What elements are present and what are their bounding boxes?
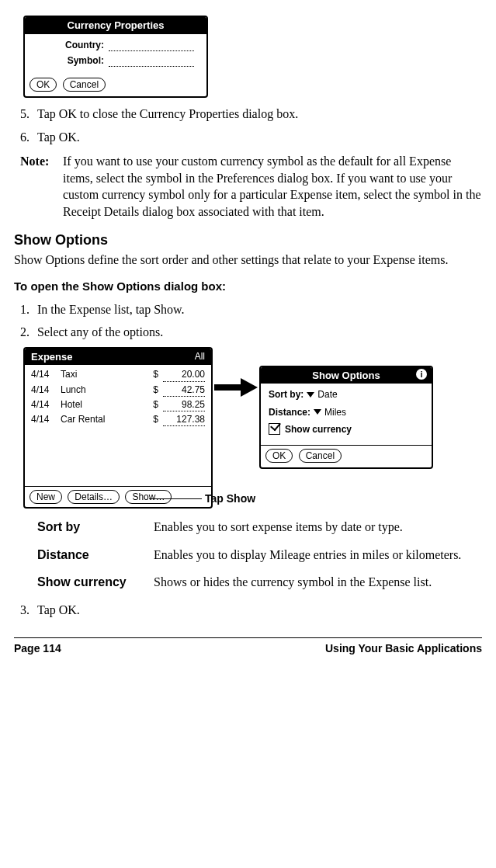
distance-desc: Enables you to display Mileage entries i… xyxy=(154,547,482,564)
note-label: Note: xyxy=(20,153,63,220)
sort-by-label: Sort by: xyxy=(269,388,303,401)
tap-show-callout: Tap Show xyxy=(205,491,255,506)
show-options-heading: Show Options xyxy=(14,231,482,249)
details-button[interactable]: Details… xyxy=(68,490,120,504)
ok-button[interactable]: OK xyxy=(265,449,293,463)
country-label: Country: xyxy=(33,39,104,51)
step-number: 3. xyxy=(20,602,37,619)
expense-list-dialog: Expense All 4/14 Taxi $ 20.00 4/14 Lunch… xyxy=(23,347,213,509)
show-button[interactable]: Show… xyxy=(125,490,172,504)
arrow-right-icon xyxy=(213,377,259,398)
section-title: Using Your Basic Applications xyxy=(325,641,482,656)
definition-row: Show currency Shows or hides the currenc… xyxy=(37,574,482,591)
step-number: 2. xyxy=(20,324,37,341)
chevron-down-icon[interactable] xyxy=(307,392,314,398)
symbol-field[interactable] xyxy=(109,57,194,67)
chevron-down-icon xyxy=(181,354,189,359)
show-currency-term: Show currency xyxy=(37,574,154,591)
step-text: Tap OK. xyxy=(37,602,80,619)
expense-title: Expense xyxy=(31,350,72,364)
distance-term: Distance xyxy=(37,547,154,564)
svg-marker-1 xyxy=(241,378,258,397)
filter-label: All xyxy=(195,350,205,363)
distance-value[interactable]: Miles xyxy=(324,406,346,418)
show-currency-desc: Shows or hides the currency symbol in th… xyxy=(154,574,482,591)
distance-label: Distance: xyxy=(269,406,310,418)
show-currency-checkbox[interactable] xyxy=(269,423,280,435)
chevron-down-icon[interactable] xyxy=(314,409,321,415)
step-number: 5. xyxy=(20,106,37,123)
step-2: 2. Select any of the options. xyxy=(20,324,482,341)
step-6: 6. Tap OK. xyxy=(20,129,482,146)
show-options-subhead: To open the Show Options dialog box: xyxy=(14,279,482,294)
currency-properties-dialog: Currency Properties Country: Symbol: OK … xyxy=(23,16,208,98)
cancel-button[interactable]: Cancel xyxy=(63,78,106,92)
symbol-label: Symbol: xyxy=(33,54,104,67)
sort-by-desc: Enables you to sort expense items by dat… xyxy=(154,519,482,536)
svg-rect-0 xyxy=(214,384,241,391)
definition-row: Distance Enables you to display Mileage … xyxy=(37,547,482,564)
step-text: In the Expense list, tap Show. xyxy=(37,301,185,318)
page-number: Page 114 xyxy=(14,641,61,656)
step-text: Select any of the options. xyxy=(37,324,163,341)
step-text: Tap OK to close the Currency Properties … xyxy=(37,106,298,123)
step-number: 1. xyxy=(20,301,37,318)
note: Note: If you want to use your custom cur… xyxy=(20,153,482,220)
note-text: If you want to use your custom currency … xyxy=(63,153,482,220)
step-3: 3. Tap OK. xyxy=(20,602,482,619)
ok-button[interactable]: OK xyxy=(29,78,57,92)
step-number: 6. xyxy=(20,129,37,146)
leader-line xyxy=(149,498,202,499)
show-options-dialog: Show Options i Sort by: Date Distance: M… xyxy=(259,366,433,469)
info-icon[interactable]: i xyxy=(416,369,427,380)
step-5: 5. Tap OK to close the Currency Properti… xyxy=(20,106,482,123)
sort-by-term: Sort by xyxy=(37,519,154,536)
step-1: 1. In the Expense list, tap Show. xyxy=(20,301,482,318)
cancel-button[interactable]: Cancel xyxy=(299,449,342,463)
sort-by-value[interactable]: Date xyxy=(317,388,337,401)
step-text: Tap OK. xyxy=(37,129,80,146)
definition-row: Sort by Enables you to sort expense item… xyxy=(37,519,482,536)
category-filter[interactable]: All xyxy=(181,350,205,363)
expense-row[interactable]: 4/14 Car Rental $ 127.38 xyxy=(31,413,205,426)
show-currency-label: Show currency xyxy=(285,423,352,436)
expense-row[interactable]: 4/14 Lunch $ 42.75 xyxy=(31,384,205,397)
country-field[interactable] xyxy=(109,41,194,51)
show-options-title: Show Options xyxy=(312,370,380,381)
expense-row[interactable]: 4/14 Hotel $ 98.25 xyxy=(31,398,205,411)
expense-row[interactable]: 4/14 Taxi $ 20.00 xyxy=(31,368,205,381)
currency-properties-titlebar: Currency Properties xyxy=(25,17,206,34)
new-button[interactable]: New xyxy=(29,490,62,504)
show-options-intro: Show Options define the sort order and o… xyxy=(14,252,482,269)
